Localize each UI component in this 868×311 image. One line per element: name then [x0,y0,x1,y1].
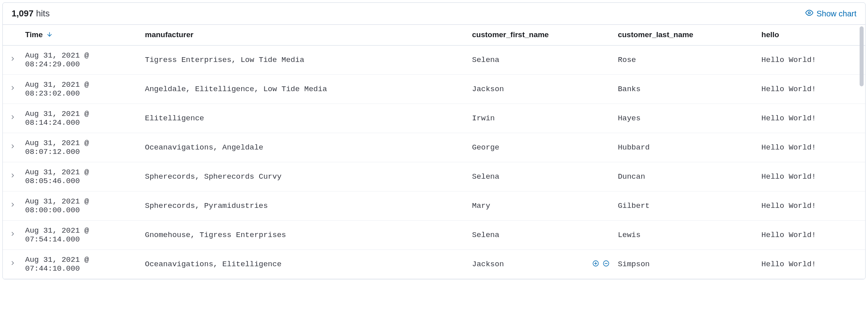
column-header-expand [3,25,21,45]
cell-last-name: Banks [614,74,757,104]
chevron-right-icon[interactable] [10,143,16,150]
cell-last-name-value: Gilbert [618,201,650,210]
column-header-hello[interactable]: hello [757,25,865,45]
cell-time-value: Aug 31, 2021 @ 08:23:02.000 [25,80,89,98]
cell-manufacturer: Angeldale, Elitelligence, Low Tide Media [141,74,468,104]
column-header-hello-label: hello [761,30,779,39]
cell-hello-value: Hello World! [761,201,816,210]
table-row[interactable]: Aug 31, 2021 @ 08:14:24.000Elitelligence… [3,104,865,133]
cell-first-name-value: Jackson [472,85,504,94]
cell-hello-value: Hello World! [761,85,816,94]
cell-hello-value: Hello World! [761,114,816,123]
table-scroll-area[interactable]: Time manufacturer customer_first_name cu… [3,25,865,279]
cell-first-name: Selena [468,45,614,74]
column-header-manufacturer-label: manufacturer [145,30,193,39]
table-row[interactable]: Aug 31, 2021 @ 08:00:00.000Spherecords, … [3,191,865,220]
results-panel: 1,097 hits Show chart Time [2,2,866,279]
cell-first-name-value: Selena [472,172,499,181]
cell-time: Aug 31, 2021 @ 07:54:14.000 [21,220,141,249]
cell-last-name: Hayes [614,104,757,133]
panel-header: 1,097 hits Show chart [3,3,865,25]
expand-cell [3,220,21,249]
cell-time-value: Aug 31, 2021 @ 08:24:29.000 [25,51,89,69]
cell-last-name: Rose [614,45,757,74]
column-header-time[interactable]: Time [21,25,141,45]
filter-for-value-icon[interactable] [592,260,599,267]
cell-manufacturer-value: Gnomehouse, Tigress Enterprises [145,231,286,239]
cell-manufacturer-value: Spherecords, Pyramidustries [145,201,268,210]
cell-manufacturer: Tigress Enterprises, Low Tide Media [141,45,468,74]
table-row[interactable]: Aug 31, 2021 @ 08:23:02.000Angeldale, El… [3,74,865,104]
cell-first-name-value: Jackson [472,260,504,269]
column-header-manufacturer[interactable]: manufacturer [141,25,468,45]
show-chart-button[interactable]: Show chart [805,9,856,19]
cell-manufacturer-value: Angeldale, Elitelligence, Low Tide Media [145,85,327,94]
cell-first-name: Selena [468,162,614,191]
table-row[interactable]: Aug 31, 2021 @ 08:07:12.000Oceanavigatio… [3,133,865,162]
show-chart-label: Show chart [816,9,856,18]
table-row[interactable]: Aug 31, 2021 @ 07:44:10.000Oceanavigatio… [3,249,865,279]
cell-manufacturer: Gnomehouse, Tigress Enterprises [141,220,468,249]
expand-cell [3,133,21,162]
cell-filter-actions [592,260,610,267]
cell-last-name-value: Rose [618,56,636,64]
cell-last-name-value: Banks [618,85,640,94]
column-header-first-name[interactable]: customer_first_name [468,25,614,45]
expand-cell [3,104,21,133]
expand-cell [3,249,21,279]
cell-hello-value: Hello World! [761,172,816,181]
cell-time-value: Aug 31, 2021 @ 07:44:10.000 [25,255,89,273]
chevron-right-icon[interactable] [10,201,16,208]
cell-first-name: Jackson [468,74,614,104]
chevron-right-icon[interactable] [10,85,16,91]
cell-time: Aug 31, 2021 @ 07:44:10.000 [21,249,141,279]
column-header-last-name[interactable]: customer_last_name [614,25,757,45]
chevron-right-icon[interactable] [10,172,16,179]
table-row[interactable]: Aug 31, 2021 @ 08:05:46.000Spherecords, … [3,162,865,191]
cell-hello: Hello World! [757,162,865,191]
eye-icon [805,9,813,19]
cell-manufacturer-value: Spherecords, Spherecords Curvy [145,172,281,181]
cell-manufacturer-value: Oceanavigations, Elitelligence [145,260,281,269]
cell-hello: Hello World! [757,191,865,220]
cell-time-value: Aug 31, 2021 @ 08:07:12.000 [25,139,89,156]
cell-manufacturer: Oceanavigations, Angeldale [141,133,468,162]
cell-hello: Hello World! [757,45,865,74]
cell-last-name: Lewis [614,220,757,249]
scrollbar-thumb[interactable] [860,26,864,86]
results-table: Time manufacturer customer_first_name cu… [3,25,865,279]
cell-manufacturer-value: Oceanavigations, Angeldale [145,143,263,152]
cell-hello-value: Hello World! [761,231,816,239]
cell-manufacturer: Oceanavigations, Elitelligence [141,249,468,279]
filter-out-value-icon[interactable] [602,260,610,267]
cell-first-name-value: George [472,143,499,152]
chevron-right-icon[interactable] [10,260,16,266]
cell-time-value: Aug 31, 2021 @ 07:54:14.000 [25,226,89,244]
chevron-right-icon[interactable] [10,114,16,120]
expand-cell [3,45,21,74]
table-row[interactable]: Aug 31, 2021 @ 07:54:14.000Gnomehouse, T… [3,220,865,249]
column-header-first-name-label: customer_first_name [472,30,549,39]
cell-time-value: Aug 31, 2021 @ 08:14:24.000 [25,110,89,127]
cell-time: Aug 31, 2021 @ 08:07:12.000 [21,133,141,162]
cell-last-name-value: Lewis [618,231,640,239]
chevron-right-icon[interactable] [10,231,16,237]
cell-time-value: Aug 31, 2021 @ 08:00:00.000 [25,197,89,215]
sort-descending-icon [46,31,53,40]
svg-point-0 [808,12,810,14]
cell-hello-value: Hello World! [761,56,816,64]
cell-hello: Hello World! [757,74,865,104]
table-header-row: Time manufacturer customer_first_name cu… [3,25,865,45]
hit-count-label: hits [36,8,50,18]
cell-last-name: Duncan [614,162,757,191]
cell-first-name: Mary [468,191,614,220]
cell-hello: Hello World! [757,249,865,279]
cell-time-value: Aug 31, 2021 @ 08:05:46.000 [25,168,89,185]
hit-count: 1,097 hits [12,8,50,19]
cell-first-name-value: Irwin [472,114,495,123]
chevron-right-icon[interactable] [10,56,16,62]
cell-time: Aug 31, 2021 @ 08:14:24.000 [21,104,141,133]
table-row[interactable]: Aug 31, 2021 @ 08:24:29.000Tigress Enter… [3,45,865,74]
cell-hello: Hello World! [757,133,865,162]
cell-last-name: Hubbard [614,133,757,162]
